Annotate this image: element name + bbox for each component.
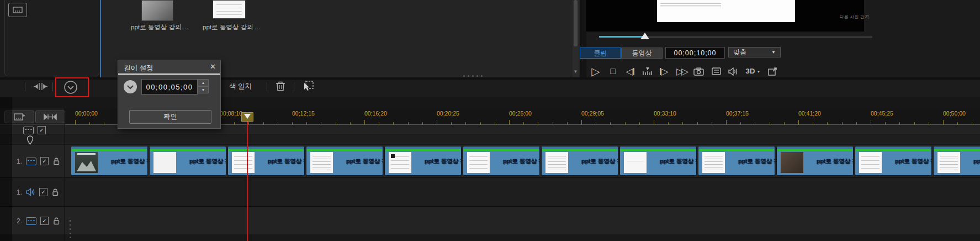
spinner-up-icon[interactable]: ▲ [198, 79, 209, 86]
header-divider-line [65, 108, 65, 241]
clip-thumbnail [702, 152, 725, 173]
playhead-handle[interactable] [241, 112, 253, 122]
clip-label: ppt로 동영상 강 [660, 158, 697, 165]
timeline-clip[interactable]: ppt로 동영상 강 [306, 146, 383, 176]
timeline-clip[interactable]: ppt로 동영상 강 [855, 146, 932, 176]
dialog-title-underline [118, 74, 220, 75]
ruler-timestamp: 00;33;10 [654, 110, 676, 117]
track-enable-checkbox[interactable]: ✓ [40, 217, 49, 225]
clip-color-line [856, 149, 931, 151]
clip-color-line [934, 149, 980, 151]
storyboard-view-button[interactable] [8, 3, 27, 17]
seek-bar-thumb[interactable] [640, 33, 649, 39]
library-item[interactable]: ppt로 동영상 강의 ... [131, 0, 184, 32]
timeline-clip[interactable]: ppt로 동영상 강 [698, 146, 775, 176]
clip-thumbnail [859, 152, 882, 173]
preview-timecode[interactable]: 00;00;10;00 [665, 47, 725, 59]
ruler-timestamp: 00;29;05 [581, 110, 604, 117]
clip-color-line [229, 149, 304, 151]
playhead-line[interactable] [247, 122, 248, 241]
tab-clip[interactable]: 클립 [580, 48, 621, 59]
clip-thumbnail [467, 152, 490, 173]
timeline-clip[interactable]: ppt로 동영상 강 [71, 146, 148, 176]
unlock-icon[interactable] [52, 217, 60, 225]
stop-icon[interactable]: □ [608, 67, 618, 76]
ruler-timestamp: 00;08;10 [220, 110, 242, 117]
list-icon[interactable] [711, 67, 721, 75]
popout-icon[interactable] [767, 67, 777, 76]
clip-color-line [464, 149, 539, 151]
row-divider [0, 177, 980, 178]
ok-button[interactable]: 확인 [129, 110, 211, 124]
unlock-icon[interactable] [52, 157, 60, 165]
video-track-2-row [0, 207, 980, 234]
ruler-timestamp: 00;16;20 [364, 110, 387, 117]
timeline-clip[interactable]: ppt로 동영상 강 [776, 146, 854, 176]
media-scrollbar-thumb[interactable] [574, 0, 578, 46]
track-enable-checkbox[interactable]: ✓ [39, 188, 47, 196]
clip-thumbnail [310, 152, 333, 173]
previous-frame-icon[interactable]: ◁ [625, 67, 635, 76]
ruler-timestamp: 00;37;15 [726, 110, 749, 117]
chevron-down-icon: ▼ [771, 50, 776, 55]
track-scroll-handle[interactable] [68, 220, 72, 238]
clip-label: ppt로 동영상 강 [817, 158, 854, 165]
library-item[interactable]: ppt로 동영상 강의 ... [203, 0, 256, 32]
timeline-clip[interactable]: ppt로 동영상 강 [619, 146, 697, 176]
split-icon[interactable] [33, 82, 48, 93]
next-frame-icon[interactable]: ▷ [659, 67, 669, 76]
seek-bar-fill [599, 36, 645, 38]
effect-track-header: ✓ [23, 126, 46, 134]
tab-movie[interactable]: 동영상 [621, 48, 663, 59]
timeline-clip[interactable]: ppt로 동영상 강 [541, 146, 618, 176]
film-track-icon [23, 127, 34, 134]
scroll-down-icon[interactable]: ▼ [573, 67, 579, 76]
timeline-clip[interactable]: ppt로 동영상 강 [149, 146, 226, 176]
clip-color-line [150, 149, 225, 151]
color-match-button[interactable]: 색 일치 [229, 82, 252, 91]
toolbar-separator [294, 82, 294, 91]
timeline-clip[interactable]: ppt로 동영상 강 [463, 146, 540, 176]
header-left-gutter [0, 97, 12, 241]
play-icon[interactable]: ▷ [591, 66, 601, 77]
close-icon[interactable]: ✕ [210, 62, 216, 71]
dialog-title: 길이 설정 [124, 64, 153, 73]
duration-time-input[interactable]: 00;00;05;00 [141, 79, 198, 95]
3d-label: 3D [745, 67, 755, 75]
unlock-icon[interactable] [51, 188, 59, 196]
clip-label: ppt로 동영상 강 [346, 158, 383, 165]
preview-slide-frame [657, 0, 795, 22]
clip-thumbnail [153, 152, 176, 173]
transition-room-button[interactable] [35, 111, 65, 123]
timeline-clip[interactable]: ppt로 동영상 강 [227, 146, 305, 176]
clip-label: ppt로 동영상 강 [895, 158, 932, 165]
clip-thumbnail [937, 152, 960, 173]
3d-menu[interactable]: 3D ▼ [745, 67, 760, 75]
track-enable-checkbox[interactable]: ✓ [40, 157, 49, 165]
clip-thumbnail [781, 152, 803, 173]
zoom-fit-dropdown[interactable]: 맞춤 ▼ [728, 47, 781, 57]
scrub-icon[interactable] [642, 67, 652, 76]
spinner-down-icon[interactable]: ▼ [198, 86, 209, 93]
marker-track-header [27, 135, 34, 147]
annotation-highlight-box [55, 77, 89, 97]
camera-icon[interactable] [693, 67, 704, 76]
library-thumbnail [141, 0, 173, 21]
track-enable-checkbox[interactable]: ✓ [38, 126, 46, 134]
clip-color-line [777, 149, 852, 151]
fast-forward-icon[interactable]: ▷▷ [676, 67, 686, 76]
duration-dialog: 길이 설정 ✕ 00;00;05;00 ▲ ▼ 확인 [118, 60, 221, 129]
toolbar-separator [25, 82, 25, 91]
speaker-icon[interactable] [728, 67, 738, 76]
trash-icon[interactable] [276, 81, 285, 94]
clip-color-line [542, 149, 617, 151]
clip-label: ppt로 동영상 강 [425, 158, 462, 165]
ruler-timestamp: 00;00;00 [75, 110, 98, 117]
timeline-clip[interactable]: ppt로 동영상 강 [384, 146, 462, 176]
clip-label: ppt로 동영상 강 [738, 158, 775, 165]
video-track-icon [26, 158, 36, 165]
clip-label: ppt로 동영상 강 [111, 158, 148, 165]
clip-label: ppt로 동영상 강 [503, 158, 540, 165]
range-select-icon[interactable] [303, 81, 314, 93]
timeline-clip[interactable]: ppt로 동영상 강 [933, 146, 980, 176]
